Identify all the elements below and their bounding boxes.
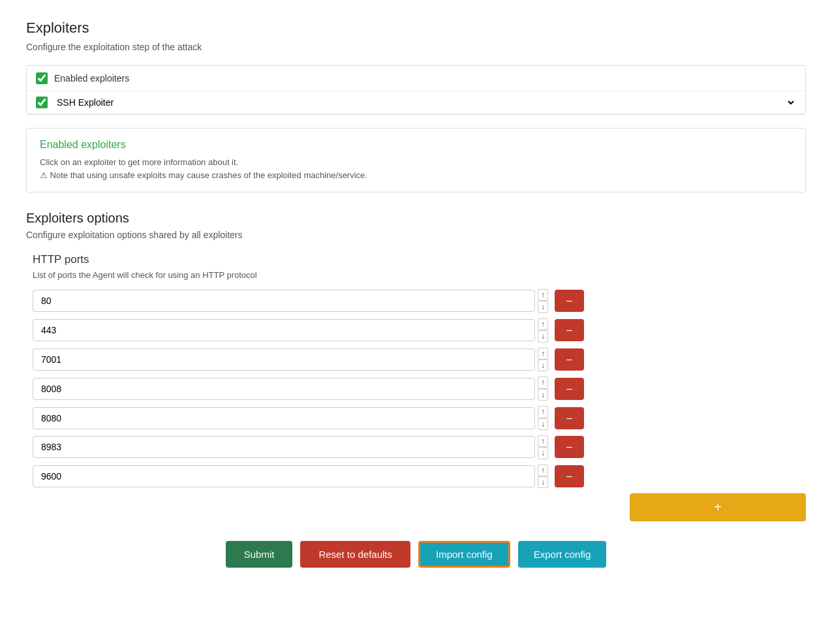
- port-input-1[interactable]: [33, 319, 535, 341]
- info-box-line1: Click on an exploiter to get more inform…: [40, 156, 792, 169]
- info-box-line2: ⚠ Note that using unsafe exploits may ca…: [40, 169, 792, 182]
- port-arrows-5: ↑ ↓: [538, 435, 548, 459]
- remove-port-btn-4[interactable]: –: [555, 407, 584, 429]
- port-input-4[interactable]: [33, 407, 535, 429]
- add-btn-row: +: [26, 493, 806, 521]
- port-up-btn-2[interactable]: ↑: [538, 348, 548, 360]
- enabled-exploiters-row: Enabled exploiters: [27, 66, 805, 91]
- port-arrows-1: ↑ ↓: [538, 318, 548, 343]
- exploiters-checkbox-section: Enabled exploiters SSH Exploiter: [26, 65, 806, 115]
- port-arrows-4: ↑ ↓: [538, 406, 548, 430]
- reset-button[interactable]: Reset to defaults: [300, 541, 410, 568]
- remove-port-btn-0[interactable]: –: [555, 290, 584, 312]
- remove-port-btn-5[interactable]: –: [555, 436, 584, 458]
- port-row: ↑ ↓ –: [33, 289, 806, 313]
- port-input-5[interactable]: [33, 436, 535, 458]
- port-row: ↑ ↓ –: [33, 348, 806, 372]
- port-arrows-2: ↑ ↓: [538, 348, 548, 372]
- port-up-btn-4[interactable]: ↑: [538, 406, 548, 418]
- port-input-2[interactable]: [33, 348, 535, 371]
- port-arrows-0: ↑ ↓: [538, 289, 548, 313]
- port-up-btn-5[interactable]: ↑: [538, 435, 548, 447]
- info-box: Enabled exploiters Click on an exploiter…: [26, 128, 806, 192]
- submit-button[interactable]: Submit: [226, 541, 293, 568]
- page-title: Exploiters: [26, 20, 806, 37]
- port-up-btn-0[interactable]: ↑: [538, 289, 548, 301]
- port-input-3[interactable]: [33, 378, 535, 400]
- port-down-btn-5[interactable]: ↓: [538, 447, 548, 459]
- port-row: ↑ ↓ –: [33, 435, 806, 459]
- import-config-button[interactable]: Import config: [418, 541, 510, 568]
- ssh-exploiter-row: SSH Exploiter: [27, 91, 805, 114]
- exploiters-options-desc: Configure exploitation options shared by…: [26, 230, 806, 240]
- exploiters-options-heading: Exploiters options: [26, 211, 806, 226]
- remove-port-btn-3[interactable]: –: [555, 378, 584, 400]
- export-config-button[interactable]: Export config: [518, 541, 607, 568]
- enabled-exploiters-checkbox[interactable]: [36, 72, 48, 84]
- remove-port-btn-1[interactable]: –: [555, 319, 584, 341]
- port-input-6[interactable]: [33, 465, 535, 487]
- port-down-btn-0[interactable]: ↓: [538, 301, 548, 313]
- page-subtitle: Configure the exploitation step of the a…: [26, 42, 806, 52]
- http-ports-heading: HTTP ports: [26, 253, 806, 266]
- port-row: ↑ ↓ –: [33, 318, 806, 343]
- port-up-btn-1[interactable]: ↑: [538, 318, 548, 330]
- port-arrows-3: ↑ ↓: [538, 376, 548, 401]
- remove-port-btn-2[interactable]: –: [555, 348, 584, 371]
- port-row: ↑ ↓ –: [33, 376, 806, 401]
- ssh-exploiter-checkbox[interactable]: [36, 97, 48, 108]
- http-ports-desc: List of ports the Agent will check for u…: [26, 270, 806, 280]
- port-row: ↑ ↓ –: [33, 406, 806, 430]
- port-row: ↑ ↓ –: [33, 465, 806, 489]
- remove-port-btn-6[interactable]: –: [555, 465, 584, 487]
- add-port-button[interactable]: +: [630, 493, 806, 521]
- port-down-btn-3[interactable]: ↓: [538, 389, 548, 401]
- ssh-exploiter-select[interactable]: SSH Exploiter: [54, 97, 796, 108]
- port-rows-container: ↑ ↓ – ↑ ↓ – ↑ ↓ – ↑ ↓ – ↑ ↓ –: [26, 289, 806, 488]
- info-box-title: Enabled exploiters: [40, 139, 792, 151]
- port-down-btn-4[interactable]: ↓: [538, 418, 548, 430]
- port-down-btn-6[interactable]: ↓: [538, 476, 548, 488]
- port-up-btn-6[interactable]: ↑: [538, 465, 548, 476]
- port-up-btn-3[interactable]: ↑: [538, 376, 548, 388]
- action-buttons: Submit Reset to defaults Import config E…: [26, 541, 806, 568]
- port-down-btn-1[interactable]: ↓: [538, 330, 548, 342]
- port-input-0[interactable]: [33, 290, 535, 312]
- port-arrows-6: ↑ ↓: [538, 465, 548, 489]
- enabled-exploiters-label: Enabled exploiters: [54, 73, 796, 84]
- port-down-btn-2[interactable]: ↓: [538, 360, 548, 371]
